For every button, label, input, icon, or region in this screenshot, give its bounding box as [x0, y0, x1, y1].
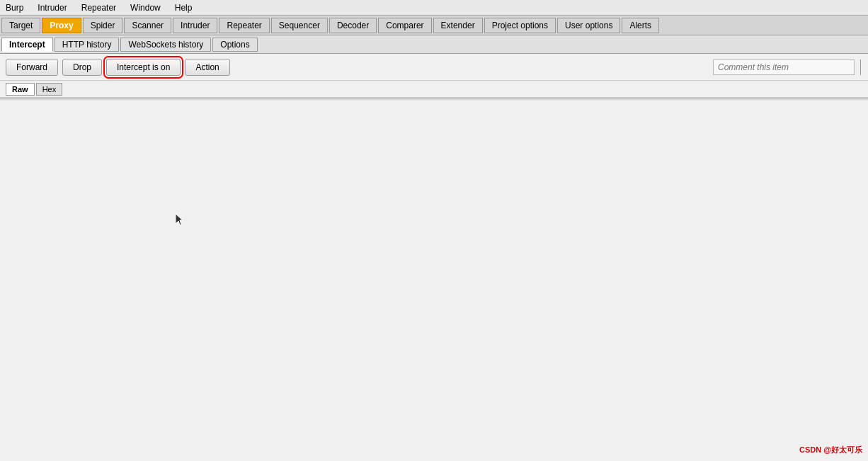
tab-extender[interactable]: Extender	[433, 18, 483, 33]
tab-decoder[interactable]: Decoder	[329, 18, 377, 33]
tab-scanner[interactable]: Scanner	[124, 18, 171, 33]
tab-proxy[interactable]: Proxy	[42, 18, 81, 33]
tab-options[interactable]: Options	[212, 38, 257, 52]
watermark: CSDN @好太可乐	[799, 445, 862, 455]
toolbar-divider	[860, 59, 861, 75]
tab-raw[interactable]: Raw	[6, 83, 35, 96]
tab-hex[interactable]: Hex	[36, 83, 63, 96]
svg-marker-0	[176, 214, 183, 225]
comment-input[interactable]	[713, 59, 855, 75]
tab-intercept[interactable]: Intercept	[1, 38, 53, 52]
tab-intruder[interactable]: Intruder	[173, 18, 217, 33]
tab-project-options[interactable]: Project options	[484, 18, 556, 33]
menu-bar: Burp Intruder Repeater Window Help	[0, 0, 868, 16]
menu-burp[interactable]: Burp	[3, 1, 26, 14]
tab-spider[interactable]: Spider	[83, 18, 123, 33]
tab-websockets-history[interactable]: WebSockets history	[120, 38, 211, 52]
drop-button[interactable]: Drop	[62, 59, 102, 76]
top-tab-bar: Target Proxy Spider Scanner Intruder Rep…	[0, 16, 868, 35]
action-button[interactable]: Action	[185, 59, 229, 76]
tab-http-history[interactable]: HTTP history	[55, 38, 120, 52]
intercept-toolbar: Forward Drop Intercept is on Action	[0, 54, 868, 81]
intercept-toggle-button[interactable]: Intercept is on	[106, 59, 181, 76]
mouse-cursor	[176, 214, 184, 227]
tab-alerts[interactable]: Alerts	[622, 18, 659, 33]
menu-window[interactable]: Window	[127, 1, 164, 14]
format-tab-bar: Raw Hex	[0, 81, 868, 98]
menu-intruder[interactable]: Intruder	[35, 1, 69, 14]
tab-repeater[interactable]: Repeater	[219, 18, 269, 33]
tab-comparer[interactable]: Comparer	[378, 18, 431, 33]
menu-help[interactable]: Help	[172, 1, 195, 14]
tab-user-options[interactable]: User options	[557, 18, 620, 33]
tab-sequencer[interactable]: Sequencer	[271, 18, 328, 33]
h-divider	[0, 98, 868, 101]
menu-repeater[interactable]: Repeater	[79, 1, 119, 14]
tab-target[interactable]: Target	[1, 18, 40, 33]
secondary-tab-bar: Intercept HTTP history WebSockets histor…	[0, 35, 868, 54]
forward-button[interactable]: Forward	[6, 59, 58, 76]
